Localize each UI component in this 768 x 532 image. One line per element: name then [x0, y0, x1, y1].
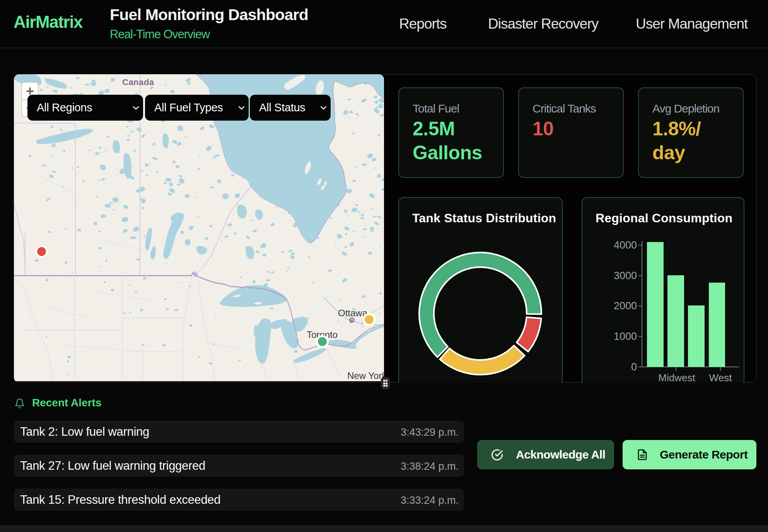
svg-text:0: 0	[631, 361, 637, 373]
svg-text:Canada: Canada	[122, 77, 154, 87]
svg-text:2000: 2000	[614, 300, 637, 312]
svg-text:3000: 3000	[614, 270, 637, 281]
svg-text:West: West	[709, 372, 732, 382]
svg-text:1000: 1000	[614, 331, 637, 342]
svg-text:New York: New York	[347, 370, 384, 381]
svg-text:4000: 4000	[614, 239, 637, 251]
svg-text:Midwest: Midwest	[658, 372, 695, 382]
